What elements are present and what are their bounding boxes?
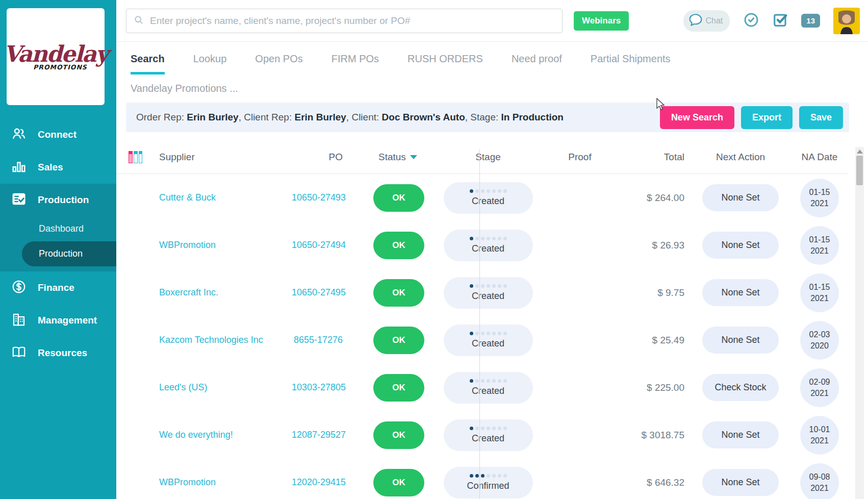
supplier-link[interactable]: Boxercraft Inc. — [159, 287, 292, 298]
total-amount: $ 26.93 — [618, 240, 690, 251]
stage-pill[interactable]: Created — [444, 419, 533, 451]
column-header-supplier[interactable]: Supplier — [159, 152, 292, 163]
status-badge[interactable]: OK — [373, 279, 424, 307]
total-amount: $ 646.32 — [618, 477, 690, 488]
table-row: WBPromotion 10650-27494 OK Created $ 26.… — [116, 221, 848, 269]
column-header-next-action[interactable]: Next Action — [690, 152, 792, 163]
supplier-link[interactable]: WBPromotion — [159, 240, 292, 251]
supplier-link[interactable]: Cutter & Buck — [159, 192, 292, 203]
tab-need-proof[interactable]: Need proof — [512, 53, 562, 74]
na-date-pill[interactable]: 02-03 2020 — [800, 321, 839, 360]
company-logo[interactable]: Vandelay PROMOTIONS — [7, 8, 105, 105]
table-row: Boxercraft Inc. 10650-27495 OK Created $… — [116, 269, 848, 316]
clock-check-icon[interactable] — [743, 12, 759, 30]
column-header-status[interactable]: Status — [363, 152, 435, 163]
na-date-pill[interactable]: 10-01 2021 — [800, 416, 839, 455]
na-date-pill[interactable]: 09-08 2021 — [800, 463, 839, 499]
total-amount: $ 3018.75 — [618, 430, 690, 441]
scroll-up-arrow-icon[interactable] — [857, 149, 863, 154]
status-badge[interactable]: OK — [373, 327, 424, 354]
next-action-pill[interactable]: None Set — [702, 327, 779, 354]
stage-pill[interactable]: Created — [444, 372, 533, 404]
sort-arrow-icon — [410, 155, 417, 159]
supplier-link[interactable]: Kazcom Technologies Inc — [159, 335, 292, 345]
stage-pill[interactable]: Created — [444, 325, 533, 356]
sidebar-item-connect[interactable]: Connect — [0, 118, 116, 151]
total-amount: $ 9.75 — [618, 287, 690, 298]
po-link[interactable]: 10650-27493 — [292, 192, 363, 203]
tab-partial-shipments[interactable]: Partial Shipments — [591, 53, 671, 74]
sidebar-subitem-dashboard[interactable]: Dashboard — [0, 216, 116, 241]
tasks-checkbox-icon[interactable] — [773, 12, 788, 30]
mouse-cursor — [656, 98, 667, 112]
column-header-proof[interactable]: Proof — [542, 152, 618, 163]
na-date-year: 2021 — [810, 483, 829, 494]
status-badge[interactable]: OK — [373, 421, 424, 449]
stage-pill[interactable]: Created — [444, 182, 533, 214]
user-avatar[interactable] — [833, 8, 860, 34]
po-link[interactable]: 12020-29415 — [292, 477, 363, 488]
sidebar-item-sales[interactable]: Sales — [0, 151, 116, 184]
sidebar-subitem-production[interactable]: Production — [22, 241, 116, 266]
top-icons: Chat 13 — [683, 8, 868, 34]
sidebar-item-production[interactable]: Production — [0, 184, 116, 216]
webinars-button[interactable]: Webinars — [574, 11, 629, 31]
tab-open-pos[interactable]: Open POs — [255, 53, 302, 74]
stage-label: Created — [472, 196, 504, 207]
na-date-year: 2021 — [810, 245, 829, 257]
sidebar-item-finance[interactable]: Finance — [0, 271, 116, 304]
total-amount: $ 25.49 — [618, 335, 690, 346]
po-link[interactable]: 10650-27494 — [292, 240, 363, 251]
na-date-pill[interactable]: 01-15 2021 — [800, 226, 839, 265]
column-header-total[interactable]: Total — [618, 152, 690, 163]
vertical-scrollbar[interactable] — [855, 147, 864, 499]
supplier-link[interactable]: We do everything! — [159, 430, 292, 440]
status-badge[interactable]: OK — [373, 184, 424, 212]
tab-search[interactable]: Search — [131, 53, 165, 74]
table-row: WBPromotion 12020-29415 OK Confirmed $ 6… — [116, 459, 848, 499]
tab-lookup[interactable]: Lookup — [193, 53, 227, 74]
sidebar-item-resources[interactable]: Resources — [0, 337, 116, 369]
column-header-po[interactable]: PO — [292, 152, 363, 163]
stage-pill[interactable]: Confirmed — [444, 467, 533, 498]
status-badge[interactable]: OK — [373, 232, 424, 259]
status-badge[interactable]: OK — [373, 469, 424, 496]
notification-count-badge[interactable]: 13 — [801, 14, 820, 28]
save-button[interactable]: Save — [799, 106, 843, 129]
status-badge[interactable]: OK — [373, 374, 424, 402]
supplier-link[interactable]: Leed's (US) — [159, 382, 292, 393]
sidebar-item-management[interactable]: Management — [0, 304, 116, 337]
next-action-pill[interactable]: None Set — [702, 279, 779, 306]
po-link[interactable]: 12087-29527 — [292, 430, 363, 440]
next-action-pill[interactable]: None Set — [702, 421, 779, 448]
supplier-link[interactable]: WBPromotion — [159, 477, 292, 488]
sidebar: Vandelay PROMOTIONS Connect Sales — [0, 0, 116, 499]
po-link[interactable]: 10303-27805 — [292, 382, 363, 393]
tab-rush-orders[interactable]: RUSH ORDERS — [407, 53, 483, 74]
export-button[interactable]: Export — [741, 106, 793, 129]
column-settings-icon[interactable] — [129, 151, 142, 163]
na-date-pill[interactable]: 02-09 2021 — [800, 368, 839, 407]
po-link[interactable]: 8655-17276 — [292, 335, 363, 345]
total-amount: $ 225.00 — [618, 382, 690, 393]
stage-pill[interactable]: Created — [444, 277, 533, 309]
stage-pill[interactable]: Created — [444, 230, 533, 261]
chat-button[interactable]: Chat — [683, 10, 730, 32]
next-action-pill[interactable]: None Set — [702, 184, 779, 211]
stage-label: Created — [472, 433, 504, 444]
column-header-na-date[interactable]: NA Date — [792, 152, 848, 163]
table-body: Cutter & Buck 10650-27493 OK Created $ 2… — [116, 174, 868, 499]
tab-firm-pos[interactable]: FIRM POs — [331, 53, 379, 74]
scrollbar-thumb[interactable] — [856, 156, 863, 185]
next-action-pill[interactable]: Check Stock — [702, 374, 779, 401]
column-header-stage[interactable]: Stage — [435, 152, 542, 163]
logo-brand-text: Vandelay — [4, 43, 108, 65]
new-search-button[interactable]: New Search — [660, 106, 734, 129]
na-date-pill[interactable]: 01-15 2021 — [800, 179, 839, 217]
next-action-pill[interactable]: None Set — [702, 469, 779, 496]
po-link[interactable]: 10650-27495 — [292, 287, 363, 298]
na-date-pill[interactable]: 01-15 2021 — [800, 273, 839, 312]
stage-label: Created — [472, 338, 504, 349]
search-input[interactable] — [150, 15, 555, 27]
next-action-pill[interactable]: None Set — [702, 232, 779, 259]
